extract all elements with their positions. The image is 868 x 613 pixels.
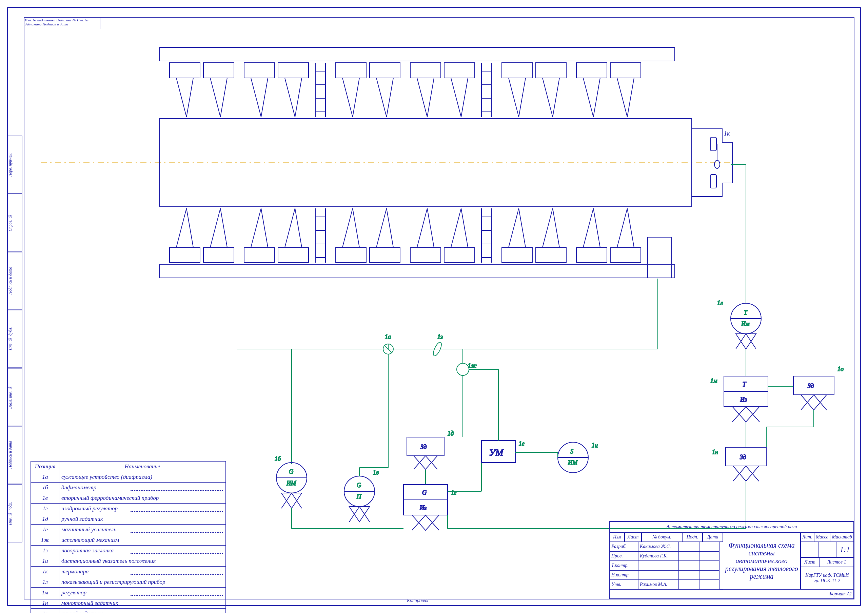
svg-text:1н: 1н	[712, 449, 718, 455]
bottom-burners	[160, 208, 675, 278]
legend-name: ручной задатчик	[59, 514, 226, 525]
legend-pos: 1з	[31, 546, 59, 556]
title-block: Автоматизация температурного режима стек…	[609, 521, 854, 599]
svg-text:Из: Из	[419, 505, 426, 511]
svg-rect-32	[203, 248, 234, 263]
tb-name	[638, 570, 679, 580]
svg-text:G: G	[357, 482, 361, 489]
legend-name: моноторный задатчик	[59, 598, 226, 608]
svg-text:T: T	[744, 309, 748, 316]
svg-text:Им: Им	[741, 320, 750, 327]
tb-h: Дата	[702, 533, 723, 542]
svg-point-4	[715, 160, 720, 169]
legend-pos: 1л	[31, 577, 59, 588]
svg-rect-27	[536, 63, 566, 78]
svg-rect-55	[648, 237, 671, 278]
tb-role: Н.контр.	[610, 570, 638, 580]
legend-pos: 1м	[31, 588, 59, 598]
tb-format: Формат A1	[610, 589, 854, 599]
piping: 1а 1з G ИМ 1б G П	[237, 164, 843, 530]
tb-name: Рахимов М.А.	[638, 580, 679, 589]
tb-h: Лист	[625, 533, 642, 542]
svg-rect-18	[410, 63, 441, 78]
svg-text:Зд: Зд	[808, 382, 814, 389]
svg-rect-17	[370, 63, 400, 78]
legend-pos: 1е	[31, 525, 59, 535]
svg-rect-5	[160, 48, 675, 61]
svg-text:1з: 1з	[437, 333, 443, 340]
tb-lit: Лит.	[801, 533, 814, 542]
svg-rect-44	[444, 248, 475, 263]
svg-text:S: S	[570, 448, 574, 455]
svg-rect-53	[577, 248, 607, 263]
tb-subtitle: Функциональная схема системы автоматичес…	[723, 533, 801, 589]
svg-text:УМ: УМ	[489, 447, 504, 458]
thermocouple-icon	[715, 144, 720, 169]
tb-h: Изм	[610, 533, 625, 542]
tb-sheet: Лист	[801, 557, 820, 567]
tb-name: Какимова Ж.С.	[638, 542, 679, 551]
tb-role: Пров.	[610, 551, 638, 561]
legend-table: Позиция Наименование 1асужающее устройст…	[31, 461, 226, 613]
legend-pos: 1б	[31, 483, 59, 493]
svg-rect-9	[278, 63, 308, 78]
legend-pos: 1н	[31, 598, 59, 608]
legend-header-pos: Позиция	[31, 461, 59, 472]
svg-rect-8	[244, 63, 274, 78]
legend-name: поворотная заслонка	[59, 546, 226, 556]
svg-text:1м: 1м	[710, 378, 718, 384]
svg-rect-31	[169, 248, 200, 263]
legend-name: показывающий и регистрирующий прибор	[59, 577, 226, 588]
legend-name: ручной задатчик	[59, 608, 226, 613]
svg-text:П: П	[356, 493, 361, 500]
svg-rect-2	[710, 175, 716, 188]
svg-rect-16	[336, 63, 366, 78]
svg-text:1о: 1о	[837, 365, 843, 372]
svg-rect-30	[160, 264, 675, 278]
svg-rect-28	[577, 63, 607, 78]
tb-org: КарГТУ каф. ТСМиИ гр. ПСК-11-2	[801, 567, 854, 589]
svg-text:1е: 1е	[519, 440, 524, 447]
svg-text:ИМ: ИМ	[567, 460, 578, 466]
svg-rect-1	[710, 137, 716, 151]
drawing-sheet: Инв. № подлинника Взам. инв № Инв. № дуб…	[0, 0, 868, 613]
legend-name: дистанционный указатель положения	[59, 556, 226, 567]
legend-header-name: Наименование	[59, 461, 226, 472]
svg-text:1а: 1а	[385, 333, 391, 340]
tb-massa: Масса	[814, 533, 830, 542]
svg-rect-52	[536, 248, 566, 263]
legend-name: магнитный усилитель	[59, 525, 226, 535]
svg-text:Зд: Зд	[420, 444, 426, 450]
svg-rect-29	[610, 63, 641, 78]
svg-text:T: T	[742, 381, 747, 388]
svg-text:1в: 1в	[373, 469, 379, 476]
tb-name: Куданова Г.К.	[638, 551, 679, 561]
tb-role: Т.контр.	[610, 561, 638, 570]
svg-text:1б: 1б	[274, 455, 281, 462]
legend-pos: 1и	[31, 556, 59, 567]
tb-role: Утв.	[610, 580, 638, 589]
svg-rect-7	[203, 63, 234, 78]
svg-text:1г: 1г	[451, 489, 456, 496]
svg-rect-43	[410, 248, 441, 263]
svg-rect-26	[502, 63, 532, 78]
legend-pos: 1ж	[31, 535, 59, 546]
svg-point-59	[457, 363, 469, 375]
footer-kopiroval: Копировал	[407, 598, 428, 604]
tb-scale: Масштаб	[830, 533, 854, 542]
svg-rect-41	[336, 248, 366, 263]
svg-rect-54	[610, 248, 641, 263]
legend-pos: 1д	[31, 514, 59, 525]
tb-top-title: Автоматизация температурного режима стек…	[610, 522, 854, 533]
svg-text:1и: 1и	[592, 442, 598, 449]
legend-name: термопара	[59, 567, 226, 577]
svg-rect-34	[278, 248, 308, 263]
legend-name: сужающее устройство (диафрагма)	[59, 472, 226, 483]
svg-text:ИМ: ИМ	[286, 480, 296, 487]
legend-name: вторичный ферродинамический прибор	[59, 493, 226, 503]
svg-text:Зд: Зд	[740, 454, 746, 461]
svg-text:1д: 1д	[448, 430, 454, 437]
legend-name: дифманометр	[59, 483, 226, 493]
svg-rect-51	[502, 248, 532, 263]
tb-role: Разраб.	[610, 542, 638, 551]
